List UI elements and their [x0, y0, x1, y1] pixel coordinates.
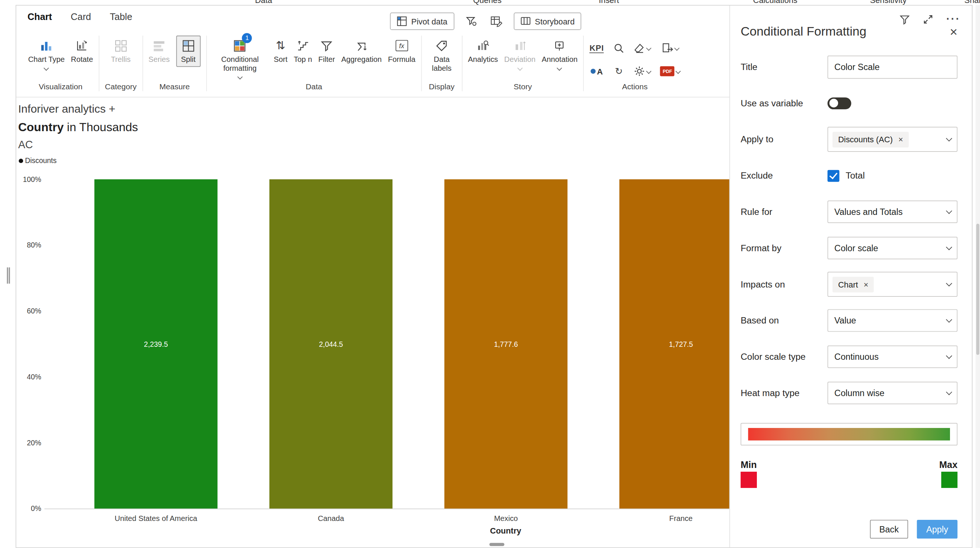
resize-handle-left[interactable]	[7, 267, 10, 284]
group-label-actions: Actions	[622, 83, 648, 92]
heat-map-type-dropdown[interactable]: Column wise	[828, 382, 958, 404]
x-axis-line	[45, 509, 729, 510]
chip-chart[interactable]: Chart×	[832, 276, 874, 292]
analytics-icon	[477, 37, 489, 54]
panel-label-use-as-variable: Use as variable	[741, 98, 827, 108]
bar-france[interactable]: 1,727.5	[619, 179, 729, 509]
annotation-button[interactable]: Annotation	[542, 36, 578, 70]
chevron-down-icon[interactable]	[237, 74, 242, 79]
panel-top-icons: ···	[899, 13, 960, 25]
format-by-dropdown[interactable]: Color scale	[828, 237, 958, 259]
category-label: United States of America	[115, 514, 197, 523]
data-labels-button[interactable]: Data labels	[427, 36, 456, 73]
conditional-formatting-button[interactable]: 1 Conditional formatting	[212, 36, 267, 79]
based-on-dropdown[interactable]: Value	[828, 310, 958, 332]
chevron-down-icon[interactable]	[646, 68, 652, 74]
impacts-on-dropdown[interactable]: Chart×	[828, 272, 958, 296]
data-labels-icon	[436, 37, 448, 54]
chevron-down-icon[interactable]	[676, 68, 681, 74]
search-icon[interactable]	[613, 42, 625, 53]
tab-chart[interactable]: Chart	[27, 11, 52, 24]
host-tab-queries[interactable]: Queries	[473, 0, 501, 5]
panel-row-based-on: Based onValue	[741, 302, 958, 339]
title-input[interactable]: Color Scale	[828, 55, 958, 78]
ribbon-group-visualization: Chart Type Rotate Visualization	[22, 36, 99, 91]
h-scrollbar-thumb[interactable]	[489, 543, 504, 546]
panel-row-heat-map-type: Heat map typeColumn wise	[741, 375, 958, 411]
aggregation-icon	[355, 37, 368, 54]
chevron-down-icon[interactable]	[646, 45, 652, 51]
top-n-button[interactable]: Top n	[294, 36, 312, 64]
pivot-data-button[interactable]: Pivot data	[390, 13, 454, 30]
apply-button[interactable]: Apply	[917, 520, 958, 539]
host-tab-sensitivity[interactable]: Sensitivity	[870, 0, 907, 5]
split-button[interactable]: Split	[176, 36, 200, 67]
max-color-swatch[interactable]	[941, 472, 958, 488]
exclude-checkbox[interactable]	[828, 170, 840, 181]
chip-label: Discounts (AC)	[838, 135, 892, 144]
storyboard-button[interactable]: Storyboard	[514, 13, 582, 30]
rotate-button[interactable]: Rotate	[71, 36, 93, 64]
storyboard-icon	[520, 16, 530, 26]
tab-card[interactable]: Card	[71, 11, 91, 24]
host-tab-calculations[interactable]: Calculations	[753, 0, 797, 5]
panel-label-apply-to: Apply to	[741, 135, 827, 145]
ribbon-group-display: Data labels Display	[421, 36, 462, 91]
rule-for-dropdown[interactable]: Values and Totals	[828, 200, 958, 223]
panel-row-color-scale-type: Color scale typeContinuous	[741, 339, 958, 375]
gradient-preview[interactable]	[741, 423, 958, 446]
bar-united-states-of-america[interactable]: 2,239.5	[94, 179, 218, 509]
apply-to-dropdown[interactable]: Discounts (AC)×	[828, 127, 958, 151]
color-dot-icon	[591, 69, 596, 74]
eraser-icon[interactable]	[634, 42, 651, 53]
filter-icon[interactable]	[899, 14, 910, 25]
rotate-label: Rotate	[71, 56, 93, 64]
host-tab-share[interactable]: Share	[964, 0, 980, 5]
host-tab-data[interactable]: Data	[255, 0, 272, 5]
panel-label-based-on: Based on	[741, 316, 827, 326]
bar-value-label: 2,044.5	[319, 340, 343, 348]
pdf-export-icon[interactable]: PDF	[660, 66, 680, 76]
close-icon[interactable]: ×	[950, 25, 958, 38]
sort-button[interactable]: ⇅ Sort	[274, 36, 287, 64]
split-icon	[182, 37, 194, 54]
min-color-swatch[interactable]	[741, 472, 757, 488]
text-color-toggle[interactable]: A	[589, 67, 604, 76]
expand-icon[interactable]	[923, 14, 933, 24]
chart-type-button[interactable]: Chart Type	[28, 36, 65, 70]
formula-button[interactable]: fx Formula	[388, 36, 415, 64]
chip-remove-icon[interactable]: ×	[864, 280, 869, 288]
back-button[interactable]: Back	[870, 520, 908, 539]
host-tab-insert[interactable]: Insert	[598, 0, 619, 5]
bar-canada[interactable]: 2,044.5	[269, 179, 393, 509]
kpi-button[interactable]: KPI	[589, 43, 604, 53]
analytics-button[interactable]: Analytics	[468, 36, 498, 64]
color-scale-type-dropdown[interactable]: Continuous	[828, 345, 958, 368]
group-label-data: Data	[306, 83, 323, 92]
more-options-icon[interactable]: ···	[946, 13, 961, 25]
export-icon[interactable]	[660, 42, 680, 53]
bar-mexico[interactable]: 1,777.6	[444, 179, 568, 509]
refresh-icon[interactable]: ↻	[613, 65, 625, 77]
y-axis-tick: 80%	[19, 241, 41, 249]
chevron-down-icon[interactable]	[557, 65, 562, 70]
chip-remove-icon[interactable]: ×	[899, 135, 903, 143]
panel-fields: TitleColor ScaleUse as variableApply toD…	[741, 49, 958, 411]
chevron-down-icon	[946, 316, 952, 323]
chip-discounts-ac[interactable]: Discounts (AC)×	[832, 132, 909, 147]
chevron-down-icon[interactable]	[674, 45, 679, 51]
ribbon-group-measure: Series Split Measure	[142, 36, 207, 91]
filter-button[interactable]: Filter	[318, 36, 335, 64]
chevron-down-icon	[946, 135, 952, 141]
aggregation-button[interactable]: Aggregation	[341, 36, 382, 64]
tab-table[interactable]: Table	[110, 11, 132, 24]
use-as-variable-toggle[interactable]	[828, 97, 851, 109]
visual-filter-icon[interactable]	[462, 13, 480, 30]
x-axis-title: Country	[490, 526, 521, 535]
gear-icon[interactable]	[634, 65, 651, 77]
v-scrollbar[interactable]	[975, 5, 980, 548]
chevron-down-icon[interactable]	[44, 65, 49, 70]
edit-data-icon[interactable]	[488, 13, 506, 30]
deviation-icon	[514, 37, 526, 54]
min-label: Min	[741, 459, 757, 470]
